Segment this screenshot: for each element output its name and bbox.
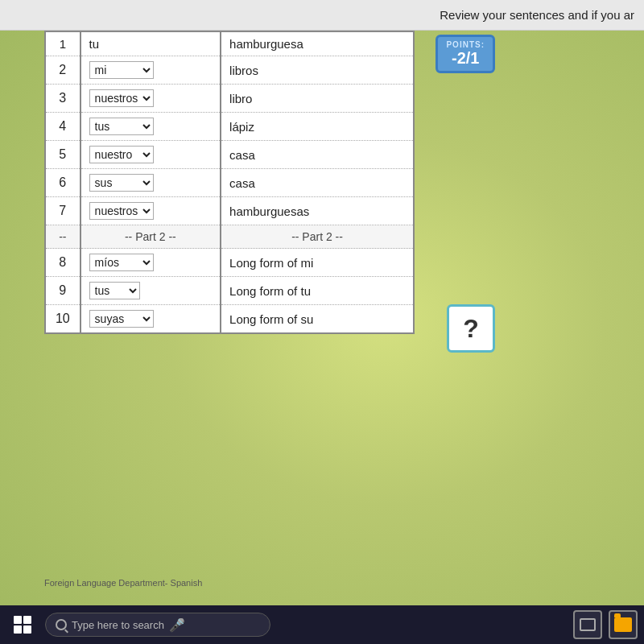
answer-cell: nuestro mi tu su nuestros sus tus	[80, 141, 221, 169]
table-row: 5 nuestro mi tu su nuestros sus tus casa	[45, 141, 414, 169]
points-box: POINTS: -2/1	[436, 35, 495, 73]
row-number: 4	[45, 113, 80, 141]
answer-select-5[interactable]: nuestro mi tu su nuestros sus tus	[89, 146, 154, 163]
question-button[interactable]: ?	[447, 304, 495, 353]
taskbar-search-bar[interactable]: Type here to search 🎤	[45, 613, 270, 637]
noun-cell: libros	[221, 56, 414, 85]
footer-label: Foreign Language Department- Spanish	[44, 578, 202, 588]
row-number: 6	[45, 169, 80, 197]
search-placeholder-text: Type here to search	[72, 619, 164, 631]
answer-cell: nuestros mi tu su nuestro sus tus	[80, 197, 221, 225]
answer-select-9[interactable]: tus tuyos suyos míos	[89, 282, 140, 299]
answer-cell: tus tuyos suyos míos	[80, 277, 221, 305]
top-bar: Review your sentences and if you ar	[0, 0, 644, 31]
file-explorer-button[interactable]	[609, 610, 638, 639]
separator-col2: -- Part 2 --	[221, 225, 414, 249]
main-content: POINTS: -2/1 ? 1 tu hamburguesa 2	[44, 31, 415, 334]
task-view-button[interactable]	[573, 610, 602, 639]
row-number: 8	[45, 249, 80, 277]
separator-num: --	[45, 225, 80, 249]
table-row: 4 tus mi tu su nuestro nuestros sus lápi…	[45, 113, 414, 141]
noun-cell: hamburguesas	[221, 197, 414, 225]
noun-cell: casa	[221, 141, 414, 169]
windows-icon	[14, 616, 31, 634]
row-number: 5	[45, 141, 80, 169]
answer-select-10[interactable]: suyas tuyas mías nuestras	[89, 310, 154, 328]
noun-cell: hamburguesa	[221, 31, 414, 56]
table-row: 1 tu hamburguesa	[45, 31, 414, 56]
windows-icon-quad	[23, 625, 31, 634]
header-text: Review your sentences and if you ar	[440, 8, 634, 22]
table-row: 6 sus mi tu su nuestro nuestros tus casa	[45, 169, 414, 197]
windows-start-button[interactable]	[6, 609, 39, 641]
row-number: 2	[45, 56, 80, 85]
noun-cell: libro	[221, 85, 414, 113]
row-number: 10	[45, 305, 80, 334]
noun-cell: Long form of su	[221, 305, 414, 334]
answer-cell: mi tu su nuestro nuestros sus tus	[80, 56, 221, 85]
sentences-table: 1 tu hamburguesa 2 mi tu su nuestro	[44, 31, 415, 334]
windows-icon-quad	[23, 616, 31, 624]
answer-cell: tus mi tu su nuestro nuestros sus	[80, 113, 221, 141]
table-row: 9 tus tuyos suyos míos Long form of tu	[45, 277, 414, 305]
microphone-icon: 🎤	[169, 617, 185, 633]
answer-select-3[interactable]: nuestros mi tu su nuestro sus tus	[89, 89, 154, 107]
answer-select-2[interactable]: mi tu su nuestro nuestros sus tus	[89, 61, 154, 79]
noun-cell: casa	[221, 169, 414, 197]
row-number: 3	[45, 85, 80, 113]
task-view-icon	[580, 618, 596, 631]
answer-select-4[interactable]: tus mi tu su nuestro nuestros sus	[89, 118, 154, 135]
answer-cell: míos tuyos suyos nuestros	[80, 249, 221, 277]
table-row: 3 nuestros mi tu su nuestro sus tus libr…	[45, 85, 414, 113]
table-wrapper: POINTS: -2/1 ? 1 tu hamburguesa 2	[44, 31, 415, 334]
static-answer: tu	[89, 37, 100, 51]
noun-cell: Long form of tu	[221, 277, 414, 305]
row-number: 9	[45, 277, 80, 305]
search-icon	[56, 619, 67, 630]
taskbar: Type here to search 🎤	[0, 605, 644, 644]
answer-cell: tu	[80, 31, 221, 56]
row-number: 7	[45, 197, 80, 225]
taskbar-icons	[573, 610, 638, 639]
windows-icon-quad	[14, 625, 22, 634]
answer-cell: sus mi tu su nuestro nuestros tus	[80, 169, 221, 197]
table-row: 8 míos tuyos suyos nuestros Long form of…	[45, 249, 414, 277]
row-number: 1	[45, 31, 80, 56]
table-row: 10 suyas tuyas mías nuestras Long form o…	[45, 305, 414, 334]
points-label: POINTS:	[446, 40, 485, 49]
folder-icon	[614, 617, 632, 632]
separator-col1: -- Part 2 --	[80, 225, 221, 249]
table-row: 7 nuestros mi tu su nuestro sus tus hamb…	[45, 197, 414, 225]
answer-select-8[interactable]: míos tuyos suyos nuestros	[89, 254, 154, 271]
noun-cell: lápiz	[221, 113, 414, 141]
points-value: -2/1	[446, 49, 485, 68]
answer-cell: suyas tuyas mías nuestras	[80, 305, 221, 334]
noun-cell: Long form of mi	[221, 249, 414, 277]
table-row: 2 mi tu su nuestro nuestros sus tus libr…	[45, 56, 414, 85]
part-separator-row: -- -- Part 2 -- -- Part 2 --	[45, 225, 414, 249]
answer-select-7[interactable]: nuestros mi tu su nuestro sus tus	[89, 202, 154, 220]
answer-cell: nuestros mi tu su nuestro sus tus	[80, 85, 221, 113]
answer-select-6[interactable]: sus mi tu su nuestro nuestros tus	[89, 174, 154, 192]
windows-icon-quad	[14, 616, 22, 624]
